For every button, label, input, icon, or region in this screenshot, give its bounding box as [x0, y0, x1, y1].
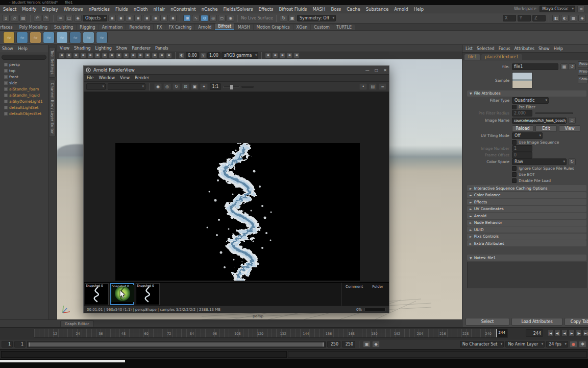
- object-mode-icon[interactable]: ▢: [65, 15, 73, 21]
- menu-effects[interactable]: Effects: [259, 7, 274, 12]
- section-notes[interactable]: ▼ Notes: file1: [467, 255, 586, 261]
- select-rendering-icon[interactable]: ▪: [160, 15, 168, 21]
- make-live-icon[interactable]: ◉: [227, 15, 234, 21]
- bifrost-motion-field-icon[interactable]: ≈: [83, 32, 94, 43]
- snapshot-icon[interactable]: ◎: [163, 83, 171, 90]
- new-scene-icon[interactable]: ▯: [2, 15, 10, 21]
- arnold-renderview-window[interactable]: Arnold RenderView — ▢ ✕ FileWindowViewRe…: [83, 65, 389, 313]
- menu-substance[interactable]: Substance: [366, 7, 388, 12]
- outliner-search-input[interactable]: [2, 55, 46, 60]
- use-bot-checkbox[interactable]: [512, 172, 517, 177]
- lights-icon[interactable]: ▪: [159, 53, 165, 58]
- color-space-dropdown[interactable]: Raw: [512, 158, 567, 165]
- exposure-value-field[interactable]: [241, 86, 254, 88]
- renderview-menu-file[interactable]: File: [87, 76, 93, 80]
- render-mode-dropdown[interactable]: [86, 83, 106, 90]
- snap-grid-icon[interactable]: ⊞: [183, 15, 191, 21]
- exposure-slider[interactable]: [223, 86, 239, 88]
- playback-button-0[interactable]: |◀: [547, 329, 553, 337]
- range-slider-track[interactable]: [27, 341, 326, 348]
- outliner-item-persp[interactable]: persp: [0, 61, 48, 67]
- current-time-marker[interactable]: 244: [496, 329, 507, 337]
- camera-icon[interactable]: ▣: [191, 83, 199, 90]
- playback-button-3[interactable]: ▶: [569, 329, 575, 337]
- shelf-tab-custom[interactable]: Custom: [311, 25, 333, 30]
- shelf-tab-arnold[interactable]: Arnold: [195, 25, 214, 30]
- camera-attributes-icon[interactable]: ▪: [73, 53, 79, 58]
- safe-title-icon[interactable]: ▪: [130, 53, 136, 58]
- outliner-menu-show[interactable]: Show: [2, 47, 13, 51]
- select-curves-icon[interactable]: ▪: [126, 15, 133, 21]
- symmetry-dropdown[interactable]: Symmetry: Off: [297, 15, 336, 21]
- file-node-name-field[interactable]: file1: [512, 63, 558, 70]
- workspace-dropdown[interactable]: Maya Classic: [540, 6, 575, 12]
- frame-offset-field[interactable]: 0: [512, 152, 532, 158]
- time-slider-track[interactable]: 244 122436486072849610812013214415616818…: [34, 329, 508, 338]
- outliner-item-aistandin-foam[interactable]: aiStandIn_foam: [0, 86, 48, 92]
- anim-layer-dropdown[interactable]: No Anim Layer: [505, 341, 545, 348]
- render-icon[interactable]: ◉: [154, 83, 162, 90]
- renderview-menu-window[interactable]: Window: [99, 76, 115, 80]
- select-surfaces-icon[interactable]: ▪: [134, 15, 142, 21]
- select-handles-icon[interactable]: ▪: [108, 15, 116, 21]
- playback-button-1[interactable]: ◀|: [554, 329, 560, 337]
- select-misc-icon[interactable]: ▪: [169, 15, 177, 21]
- ipr-render-icon[interactable]: ◐: [561, 15, 569, 21]
- snapshot-thumbnail-2[interactable]: Snapshot 0: [136, 283, 160, 305]
- attribute-editor-menu-attributes[interactable]: Attributes: [514, 47, 535, 51]
- bifrost-collider-icon[interactable]: ≈: [43, 32, 55, 43]
- coordinate-field-x[interactable]: X: [503, 15, 516, 21]
- renderview-canvas[interactable]: [84, 92, 389, 282]
- node-tab-place2dtexture1[interactable]: place2dTexture1: [481, 54, 522, 60]
- shelf-tab-bifrost[interactable]: Bifrost: [215, 24, 234, 30]
- footer-select-button[interactable]: Select: [465, 318, 509, 326]
- renderview-titlebar[interactable]: Arnold RenderView — ▢ ✕: [84, 66, 389, 75]
- isolate-select-icon[interactable]: ▪: [265, 53, 271, 58]
- menu-nhair[interactable]: nHair: [153, 7, 165, 12]
- section-uv-coordinates[interactable]: ►UV Coordinates: [467, 206, 586, 212]
- color-space-refresh-icon[interactable]: ↻: [568, 158, 576, 165]
- outliner-item-top[interactable]: top: [0, 67, 48, 74]
- shelf-tab-xgen[interactable]: XGen: [293, 25, 311, 30]
- workspace-menu-icon[interactable]: ≡: [577, 6, 585, 12]
- shelf-tab-rendering[interactable]: Rendering: [126, 25, 153, 30]
- column-header-comment[interactable]: Comment: [346, 285, 363, 306]
- section-file-attributes[interactable]: ▼ File Attributes: [467, 90, 586, 97]
- menu-cache[interactable]: Cache: [347, 7, 360, 12]
- close-icon[interactable]: ✕: [383, 68, 387, 73]
- select-joints-icon[interactable]: ▪: [117, 15, 125, 21]
- shelf-tab-fx-caching[interactable]: FX Caching: [165, 25, 194, 30]
- selection-mode-dropdown[interactable]: Objects: [83, 15, 107, 21]
- textured-icon[interactable]: ▪: [152, 53, 158, 58]
- menu-windows[interactable]: Windows: [64, 7, 83, 12]
- menu-nparticles[interactable]: nParticles: [89, 7, 110, 12]
- playback-options-icon[interactable]: ▣: [363, 341, 371, 348]
- bifrost-emitter-icon[interactable]: ≈: [30, 32, 41, 43]
- section-uuid[interactable]: ►UUID: [467, 226, 586, 233]
- section-pixs-controls[interactable]: ►Pixs Controls: [467, 234, 586, 240]
- lock-camera-icon[interactable]: ▪: [66, 53, 72, 58]
- pre-filter-radius-field[interactable]: 2.000: [512, 110, 532, 117]
- component-mode-icon[interactable]: ◈: [74, 15, 82, 21]
- menu-mash[interactable]: MASH: [312, 7, 325, 12]
- select-deformations-icon[interactable]: ▪: [143, 15, 151, 21]
- attribute-editor-menu-help[interactable]: Help: [554, 47, 563, 51]
- menu-modify[interactable]: Modify: [22, 7, 36, 12]
- bifrost-guide-icon[interactable]: ≈: [69, 32, 81, 43]
- place2d-icon[interactable]: ↺: [568, 63, 576, 70]
- image-reload-button[interactable]: Reload: [512, 125, 533, 132]
- outliner-item-defaultlightset[interactable]: defaultLightSet: [0, 104, 48, 110]
- construction-history-icon[interactable]: ↻: [280, 15, 287, 21]
- playback-start-field[interactable]: 1: [14, 341, 26, 348]
- bifrost-liquid-icon[interactable]: ≈: [16, 32, 28, 43]
- renderview-menu-view[interactable]: View: [120, 76, 130, 80]
- view-transform-dropdown[interactable]: sRGB gamma: [222, 52, 258, 59]
- renderview-menu-icon[interactable]: ≡: [379, 83, 386, 90]
- snap-point-icon[interactable]: ⊙: [201, 15, 208, 21]
- vtab-channel-box-layer-editor[interactable]: Channel Box / Layer Editor: [49, 80, 56, 137]
- menu-boss[interactable]: Boss: [331, 7, 341, 12]
- menu-select[interactable]: Select: [3, 7, 16, 12]
- character-set-dropdown[interactable]: No Character Set: [460, 341, 504, 348]
- gate-mask-icon[interactable]: ▪: [116, 53, 122, 58]
- playback-button-5[interactable]: ▶|: [583, 329, 588, 337]
